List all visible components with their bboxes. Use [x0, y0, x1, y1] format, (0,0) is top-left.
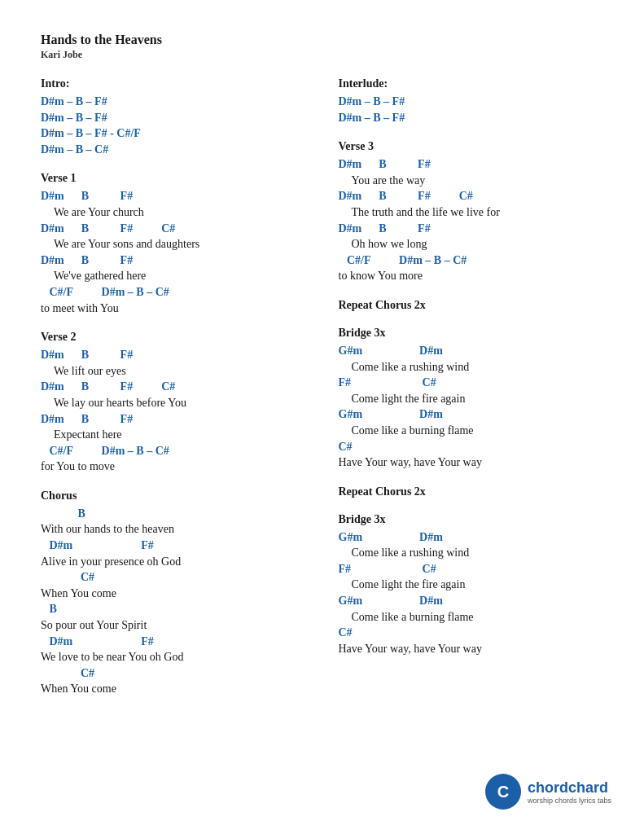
v2-lyric-4: for You to move	[41, 459, 306, 475]
song-artist: Kari Jobe	[41, 49, 603, 61]
ch-chord-4: B	[41, 601, 306, 617]
verse3-label: Verse 3	[339, 140, 604, 153]
b1-lyric-2: Come light the fire again	[339, 391, 604, 407]
v2-lyric-2: We lay our hearts before You	[41, 395, 306, 411]
verse1-label: Verse 1	[41, 172, 306, 185]
ch-chord-6: C#	[41, 665, 306, 682]
logo-text: chordchard worship chords lyrics tabs	[528, 779, 611, 805]
int-chord-2: D#m – B – F#	[339, 110, 604, 126]
logo-area: C chordchard worship chords lyrics tabs	[485, 774, 611, 810]
verse1-section: Verse 1 D#m B F# We are Your church D#m …	[41, 172, 306, 316]
v1-chord-4: C#/F D#m – B – C#	[41, 284, 306, 301]
chorus-section: Chorus B With our hands to the heaven D#…	[41, 489, 306, 697]
v1-lyric-1: We are Your church	[41, 204, 306, 221]
v1-lyric-3: We've gathered here	[41, 268, 306, 284]
repeat-chorus-1-section: Repeat Chorus 2x	[339, 299, 604, 312]
v1-chord-2: D#m B F# C#	[41, 221, 306, 237]
b2-lyric-1: Come like a rushing wind	[339, 545, 604, 561]
v3-lyric-1: You are the way	[339, 173, 604, 189]
b2-lyric-2: Come light the fire again	[339, 577, 604, 593]
bridge2-section: Bridge 3x G#m D#m Come like a rushing wi…	[339, 513, 604, 657]
v3-lyric-2: The truth and the life we live for	[339, 204, 604, 221]
v3-chord-2: D#m B F# C#	[339, 188, 604, 204]
ch-lyric-5: We love to be near You oh God	[41, 649, 306, 665]
bridge1-section: Bridge 3x G#m D#m Come like a rushing wi…	[339, 327, 604, 471]
intro-line-2: D#m – B – F#	[41, 110, 306, 126]
left-column: Intro: D#m – B – F# D#m – B – F# D#m – B…	[41, 77, 306, 712]
interlude-label: Interlude:	[339, 77, 604, 90]
repeat-chorus-2-label: Repeat Chorus 2x	[339, 485, 604, 498]
v1-chord-1: D#m B F#	[41, 188, 306, 204]
v2-lyric-1: We lift our eyes	[41, 363, 306, 380]
v2-chord-2: D#m B F# C#	[41, 379, 306, 395]
intro-line-3: D#m – B – F# - C#/F	[41, 125, 306, 142]
interlude-section: Interlude: D#m – B – F# D#m – B – F#	[339, 77, 604, 125]
b1-chord-1: G#m D#m	[339, 343, 604, 359]
v3-chord-1: D#m B F#	[339, 156, 604, 173]
intro-label: Intro:	[41, 77, 306, 90]
ch-chord-3: C#	[41, 569, 306, 586]
b2-chord-3: G#m D#m	[339, 593, 604, 609]
ch-chord-1: B	[41, 506, 306, 522]
b2-chord-1: G#m D#m	[339, 529, 604, 546]
b1-chord-3: G#m D#m	[339, 406, 604, 423]
ch-chord-5: D#m F#	[41, 634, 306, 650]
v1-lyric-2: We are Your sons and daughters	[41, 236, 306, 252]
bridge1-label: Bridge 3x	[339, 327, 604, 340]
verse2-label: Verse 2	[41, 331, 306, 344]
v1-lyric-4: to meet with You	[41, 301, 306, 317]
b1-lyric-3: Come like a burning flame	[339, 423, 604, 439]
intro-line-4: D#m – B – C#	[41, 142, 306, 158]
right-column: Interlude: D#m – B – F# D#m – B – F# Ver…	[339, 77, 604, 712]
verse3-section: Verse 3 D#m B F# You are the way D#m B F…	[339, 140, 604, 284]
v3-chord-3: D#m B F#	[339, 221, 604, 237]
ch-lyric-1: With our hands to the heaven	[41, 521, 306, 538]
verse2-section: Verse 2 D#m B F# We lift our eyes D#m B …	[41, 331, 306, 475]
b2-chord-2: F# C#	[339, 561, 604, 577]
b2-chord-4: C#	[339, 625, 604, 641]
logo-circle-icon: C	[485, 774, 521, 810]
ch-lyric-4: So pour out Your Spirit	[41, 617, 306, 634]
ch-lyric-2: Alive in your presence oh God	[41, 554, 306, 570]
v2-chord-1: D#m B F#	[41, 347, 306, 363]
v1-chord-3: D#m B F#	[41, 252, 306, 269]
v3-lyric-4: to know You more	[339, 268, 604, 284]
v2-chord-4: C#/F D#m – B – C#	[41, 443, 306, 459]
song-title: Hands to the Heavens	[41, 33, 603, 47]
v2-lyric-3: Expectant here	[41, 427, 306, 443]
b1-lyric-4: Have Your way, have Your way	[339, 454, 604, 471]
int-chord-1: D#m – B – F#	[339, 94, 604, 110]
v3-chord-4: C#/F D#m – B – C#	[339, 252, 604, 269]
b1-chord-4: C#	[339, 439, 604, 455]
intro-section: Intro: D#m – B – F# D#m – B – F# D#m – B…	[41, 77, 306, 157]
ch-lyric-3: When You come	[41, 586, 306, 602]
repeat-chorus-2-section: Repeat Chorus 2x	[339, 485, 604, 498]
b1-chord-2: F# C#	[339, 375, 604, 391]
v3-lyric-3: Oh how we long	[339, 236, 604, 252]
logo-sub: worship chords lyrics tabs	[528, 797, 611, 805]
b1-lyric-1: Come like a rushing wind	[339, 359, 604, 375]
intro-line-1: D#m – B – F#	[41, 94, 306, 110]
bridge2-label: Bridge 3x	[339, 513, 604, 526]
logo-circle-letter: C	[497, 783, 509, 801]
v2-chord-3: D#m B F#	[41, 411, 306, 428]
b2-lyric-3: Come like a burning flame	[339, 609, 604, 626]
logo-brand: chordchard	[528, 779, 611, 797]
b2-lyric-4: Have Your way, have Your way	[339, 641, 604, 657]
ch-chord-2: D#m F#	[41, 538, 306, 554]
ch-lyric-6: When You come	[41, 681, 306, 697]
chorus-label: Chorus	[41, 489, 306, 503]
repeat-chorus-1-label: Repeat Chorus 2x	[339, 299, 604, 312]
